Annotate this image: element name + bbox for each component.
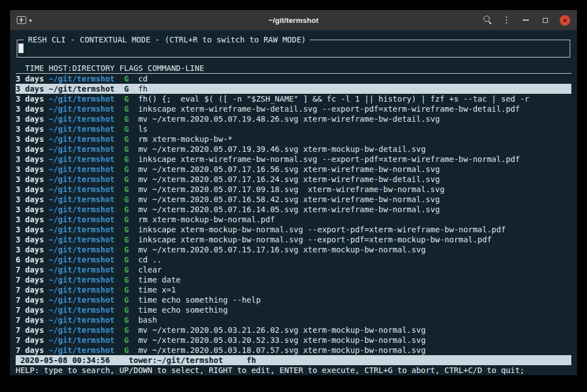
- search-input[interactable]: RESH CLI - CONTEXTUAL MODE - (CTRL+R to …: [17, 40, 570, 58]
- history-row[interactable]: 7 days ~/git/termshot G time echo someth…: [16, 295, 571, 305]
- minimize-icon: [523, 20, 529, 21]
- history-row[interactable]: 7 days ~/git/termshot G mv ~/xterm.2020.…: [16, 325, 571, 335]
- row-command: inkscape xterm-wireframe-bw-normal.svg -…: [138, 155, 520, 164]
- row-directory: ~/git/termshot: [49, 346, 115, 355]
- text-cursor: [18, 44, 23, 53]
- history-row[interactable]: 3 days ~/git/termshot G mv ~/xterm.2020.…: [16, 194, 571, 204]
- new-tab-icon: [17, 16, 26, 24]
- history-row[interactable]: 7 days ~/git/termshot G bash: [16, 315, 571, 325]
- history-row[interactable]: 6 days ~/git/termshot G cd ..: [16, 255, 571, 265]
- history-row[interactable]: 3 days ~/git/termshot G rm xterm-mockup-…: [16, 214, 571, 224]
- restore-icon: [543, 18, 548, 23]
- row-directory: ~/git/termshot: [49, 275, 115, 284]
- row-directory: ~/git/termshot: [49, 285, 115, 294]
- history-row[interactable]: 3 days ~/git/termshot G cd: [16, 74, 571, 84]
- help-line: HELP: type to search, UP/DOWN to select,…: [16, 365, 571, 375]
- row-time: 3 days: [16, 185, 44, 194]
- row-command: cd: [138, 74, 148, 83]
- row-command: inkscape xterm-wireframe-bw-detail.svg -…: [138, 104, 520, 113]
- history-row[interactable]: 3 days ~/git/termshot G inkscape xterm-m…: [16, 235, 571, 245]
- row-command: bash: [138, 315, 157, 324]
- row-directory: ~/git/termshot: [49, 125, 115, 133]
- titlebar: ▾ ~/git/termshot ⋮ ×: [10, 10, 577, 30]
- row-command: mv ~/xterm.2020.05.03.18.07.57.svg xterm…: [138, 346, 425, 355]
- new-tab-button[interactable]: ▾: [17, 16, 32, 24]
- row-directory: ~/git/termshot: [49, 255, 115, 264]
- row-time: 3 days: [16, 165, 44, 174]
- history-row[interactable]: 3 days ~/git/termshot G mv ~/xterm.2020.…: [16, 164, 571, 174]
- row-time: 7 days: [16, 305, 44, 314]
- row-time: 3 days: [16, 114, 44, 123]
- row-time: 3 days: [16, 215, 44, 224]
- row-command: mv ~/xterm.2020.05.07.15.17.16.svg xterm…: [138, 245, 425, 254]
- row-time: 3 days: [16, 94, 44, 103]
- row-directory: ~/git/termshot: [49, 74, 115, 83]
- restore-button[interactable]: [540, 15, 550, 25]
- row-time: 7 days: [16, 275, 44, 284]
- history-row[interactable]: 3 days ~/git/termshot G mv ~/xterm.2020.…: [16, 184, 571, 194]
- history-row[interactable]: 3 days ~/git/termshot G fh: [16, 84, 571, 94]
- row-directory: ~/git/termshot: [49, 315, 115, 324]
- row-time: 3 days: [16, 84, 44, 93]
- row-command: mv ~/xterm.2020.05.03.21.26.02.svg xterm…: [138, 326, 425, 334]
- row-time: 3 days: [16, 125, 44, 133]
- chevron-down-icon[interactable]: ▾: [29, 17, 32, 23]
- row-command: mv ~/xterm.2020.05.07.19.39.46.svg xterm…: [138, 145, 425, 154]
- history-row[interactable]: 7 days ~/git/termshot G time echo someth…: [16, 305, 571, 315]
- row-time: 6 days: [16, 255, 44, 264]
- close-button[interactable]: ×: [560, 15, 570, 26]
- menu-icon[interactable]: ⋮: [502, 16, 511, 25]
- row-directory: ~/git/termshot: [49, 205, 115, 214]
- row-directory: ~/git/termshot: [49, 245, 115, 254]
- history-row[interactable]: 3 days ~/git/termshot G inkscape xterm-w…: [16, 104, 571, 114]
- row-command: mv ~/xterm.2020.05.07.17.16.56.svg xterm…: [138, 165, 439, 174]
- row-command: ls: [138, 125, 148, 133]
- row-command: fh: [138, 84, 148, 93]
- history-row[interactable]: 7 days ~/git/termshot G time x=1: [16, 285, 571, 295]
- row-directory: ~/git/termshot: [49, 145, 115, 154]
- history-row[interactable]: 7 days ~/git/termshot G clear: [16, 265, 571, 275]
- history-row[interactable]: 7 days ~/git/termshot G mv ~/xterm.2020.…: [16, 335, 571, 345]
- row-time: 3 days: [16, 225, 44, 234]
- row-time: 3 days: [16, 205, 44, 214]
- row-time: 3 days: [16, 104, 44, 113]
- history-row[interactable]: 3 days ~/git/termshot G mv ~/xterm.2020.…: [16, 174, 571, 184]
- history-row[interactable]: 3 days ~/git/termshot G rm xterm-mockup-…: [16, 134, 571, 144]
- minimize-button[interactable]: [520, 15, 531, 25]
- row-directory: ~/git/termshot: [49, 114, 115, 123]
- row-directory: ~/git/termshot: [49, 155, 115, 164]
- history-row[interactable]: 7 days ~/git/termshot G time date: [16, 275, 571, 285]
- row-directory: ~/git/termshot: [49, 265, 115, 274]
- history-row[interactable]: 3 days ~/git/termshot G ls: [16, 124, 571, 134]
- row-command: clear: [138, 265, 162, 274]
- history-row[interactable]: 3 days ~/git/termshot G inkscape xterm-m…: [16, 224, 571, 235]
- history-row[interactable]: 3 days ~/git/termshot G mv ~/xterm.2020.…: [16, 245, 571, 255]
- history-row[interactable]: 3 days ~/git/termshot G inkscape xterm-w…: [16, 154, 571, 164]
- titlebar-right: ⋮ ×: [442, 15, 570, 26]
- row-command: rm xterm-mockup-bw-normal.pdf: [138, 215, 274, 224]
- row-time: 3 days: [16, 235, 44, 244]
- history-row[interactable]: 3 days ~/git/termshot G fh() {; eval $( …: [16, 94, 571, 104]
- row-time: 7 days: [16, 315, 44, 324]
- row-command: cd ..: [138, 255, 162, 264]
- row-time: 7 days: [16, 346, 44, 355]
- row-directory: ~/git/termshot: [49, 225, 115, 234]
- history-row[interactable]: 3 days ~/git/termshot G mv ~/xterm.2020.…: [16, 114, 571, 124]
- history-row[interactable]: 7 days ~/git/termshot G mv ~/xterm.2020.…: [16, 345, 571, 355]
- history-row[interactable]: 3 days ~/git/termshot G mv ~/xterm.2020.…: [16, 144, 571, 154]
- history-row[interactable]: 3 days ~/git/termshot G mv ~/xterm.2020.…: [16, 204, 571, 214]
- titlebar-left: ▾: [17, 16, 145, 24]
- row-directory: ~/git/termshot: [49, 104, 115, 113]
- row-time: 3 days: [16, 155, 44, 164]
- row-command: inkscape xterm-mockup-bw-normal.svg --ex…: [138, 225, 505, 234]
- row-command: mv ~/xterm.2020.05.07.16.14.05.svg xterm…: [138, 205, 439, 214]
- row-time: 3 days: [16, 145, 44, 154]
- row-time: 7 days: [16, 295, 44, 304]
- row-time: 3 days: [16, 195, 44, 204]
- search-icon[interactable]: [484, 16, 493, 25]
- row-command: mv ~/xterm.2020.05.07.17.09.18.svg xterm…: [138, 185, 444, 194]
- row-directory: ~/git/termshot: [49, 235, 115, 244]
- status-bar: 2020-05-08 00:34:56 tower:~/git/termshot…: [16, 355, 571, 365]
- mode-box-title: RESH CLI - CONTEXTUAL MODE - (CTRL+R to …: [24, 35, 310, 45]
- row-directory: ~/git/termshot: [49, 215, 115, 224]
